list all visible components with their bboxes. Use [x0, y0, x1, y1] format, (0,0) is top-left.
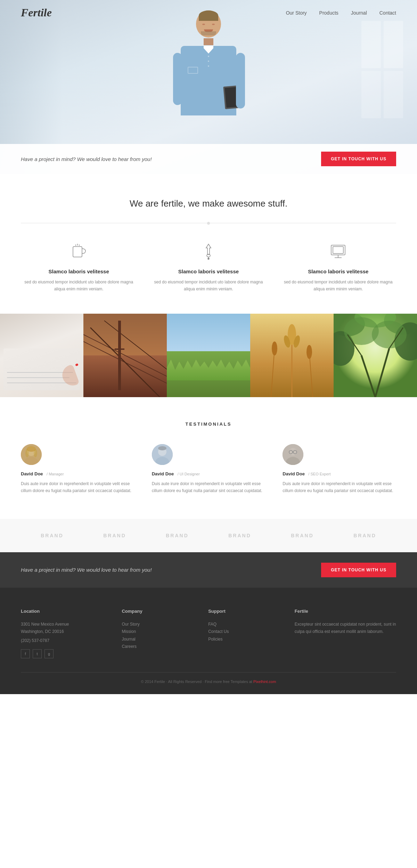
brand-3: BRAND [166, 533, 189, 538]
svg-point-45 [34, 449, 37, 457]
svg-point-6 [208, 258, 209, 259]
brand-5: BRAND [291, 533, 314, 538]
footer-fertile-heading: Fertile [295, 609, 396, 614]
testimonial-2-text: Duis aute irure dolor in reprehenderit i… [152, 480, 265, 495]
testimonial-3-text: Duis aute irure dolor in reprehenderit i… [283, 480, 396, 495]
svg-rect-18 [115, 348, 124, 350]
person-pocket [188, 67, 198, 74]
feature-3-text: sed do eiusmod tempor incididunt uto lab… [280, 279, 396, 293]
testimonial-2-role: / UI Designer [178, 472, 200, 476]
gallery-photo-2 [83, 314, 167, 397]
footer-journal[interactable]: Journal [122, 636, 194, 643]
testimonial-1-role: / Manager [47, 472, 64, 476]
testimonials-grid: David Doe / Manager Duis aute irure dolo… [21, 444, 396, 495]
gallery-item-2 [83, 314, 167, 397]
testimonial-2-name-row: David Doe / UI Designer [152, 471, 265, 477]
testimonials-title: TESTIMONIALS [21, 421, 396, 427]
footer-pixelhint-link[interactable]: Pixelhint.com [253, 680, 276, 684]
monitor-icon [328, 241, 349, 262]
logo: Fertile [21, 6, 52, 19]
feature-2-title: Slamco laboris velitesse [150, 268, 266, 274]
arm-left [173, 53, 182, 105]
feature-2: Slamco laboris velitesse sed do eiusmod … [150, 241, 266, 293]
testimonial-1-name-row: David Doe / Manager [21, 471, 134, 477]
svg-point-49 [158, 446, 166, 450]
footer-fertile-col: Fertile Excepteur sint occaecat cupidata… [295, 609, 396, 659]
person-neck [204, 38, 213, 45]
brand-2: BRAND [103, 533, 126, 538]
nav-our-story[interactable]: Our Story [286, 10, 307, 16]
footer-company: Company Our Story Mission Journal Career… [122, 609, 194, 659]
brand-6: BRAND [353, 533, 376, 538]
hero-cta-bar: Have a project in mind? We would love to… [0, 144, 417, 174]
testimonial-1-avatar [21, 444, 42, 465]
svg-point-25 [272, 341, 277, 355]
footer-phone: (202) 537-0787 [21, 637, 108, 645]
intro-section: We are fertile, we make awesome stuff. S… [0, 174, 417, 314]
social-google[interactable]: g [44, 649, 54, 658]
footer-copyright: © 2014 Fertile · All Rights Reserved · F… [141, 680, 252, 684]
footer-fertile-text: Excepteur sint occaecat cupidatat non pr… [295, 621, 396, 636]
svg-point-27 [306, 345, 312, 359]
testimonial-3-name-row: David Doe / SEO Expert [283, 471, 396, 477]
testimonial-3-name: David Doe [283, 471, 305, 476]
footer-contact-us[interactable]: Contact Us [208, 628, 281, 636]
footer-our-story[interactable]: Our Story [122, 621, 194, 628]
coffee-icon [68, 241, 89, 262]
footer-mission[interactable]: Mission [122, 628, 194, 636]
footer-location: Location 3301 New Mexico Avenue Washingt… [21, 609, 108, 659]
gallery-item-3 [167, 314, 250, 397]
svg-point-51 [289, 448, 297, 456]
arm-right [236, 53, 245, 108]
testimonial-2: David Doe / UI Designer Duis aute irure … [152, 444, 265, 495]
gallery-photo-1 [0, 314, 83, 397]
footer-faq[interactable]: FAQ [208, 621, 281, 628]
person-collar [204, 46, 213, 54]
footer-support: Support FAQ Contact Us Policies [208, 609, 281, 659]
nav-products[interactable]: Products [319, 10, 338, 16]
footer-careers[interactable]: Careers [122, 643, 194, 651]
testimonial-3: David Doe / SEO Expert Duis aute irure d… [283, 444, 396, 495]
gallery-item-5 [334, 314, 417, 397]
nav-links: Our Story Products Journal Contact [286, 10, 396, 16]
testimonial-2-name: David Doe [152, 471, 174, 476]
social-facebook[interactable]: f [21, 649, 30, 658]
bottom-cta-text: Have a project in mind? We would love to… [21, 567, 152, 573]
testimonial-3-role: / SEO Expert [308, 472, 330, 476]
svg-rect-8 [333, 247, 343, 254]
bottom-cta-section: Have a project in mind? We would love to… [0, 552, 417, 588]
hero-person [167, 3, 250, 150]
brand-4: BRAND [228, 533, 251, 538]
hero-cta-button[interactable]: GET IN TOUCH WITH US [321, 152, 396, 166]
footer-company-heading: Company [122, 609, 194, 614]
footer-address-line2: Washington, DC 20016 [21, 628, 108, 636]
nav-journal[interactable]: Journal [351, 10, 367, 16]
svg-rect-12 [83, 314, 167, 355]
feature-3: Slamco laboris velitesse sed do eiusmod … [280, 241, 396, 293]
gallery-item-1 [0, 314, 83, 397]
testimonial-3-avatar [283, 444, 303, 465]
testimonial-2-avatar [152, 444, 173, 465]
social-icons: f t g [21, 649, 108, 658]
nav-contact[interactable]: Contact [379, 10, 396, 16]
hero-cta-text: Have a project in mind? We would love to… [21, 156, 152, 162]
gallery-item-4 [250, 314, 334, 397]
photo-gallery [0, 314, 417, 397]
social-twitter[interactable]: t [33, 649, 42, 658]
main-nav: Fertile Our Story Products Journal Conta… [0, 0, 417, 25]
testimonial-1: David Doe / Manager Duis aute irure dolo… [21, 444, 134, 495]
features-grid: Slamco laboris velitesse sed do eiusmod … [21, 241, 396, 293]
bottom-cta-button[interactable]: GET IN TOUCH WITH US [321, 563, 396, 577]
feature-1-text: sed do eiusmod tempor incididunt uto lab… [21, 279, 137, 293]
footer-location-heading: Location [21, 609, 108, 614]
svg-rect-17 [118, 321, 121, 390]
footer-support-heading: Support [208, 609, 281, 614]
footer-address-line1: 3301 New Mexico Avenue [21, 621, 108, 628]
gallery-photo-5 [334, 314, 417, 397]
svg-point-35 [372, 321, 407, 348]
footer-policies[interactable]: Policies [208, 636, 281, 643]
hero-section: Have a project in mind? We would love to… [0, 0, 417, 174]
brand-1: BRAND [41, 533, 64, 538]
intro-headline: We are fertile, we make awesome stuff. [21, 198, 396, 209]
pen-icon [198, 241, 219, 262]
